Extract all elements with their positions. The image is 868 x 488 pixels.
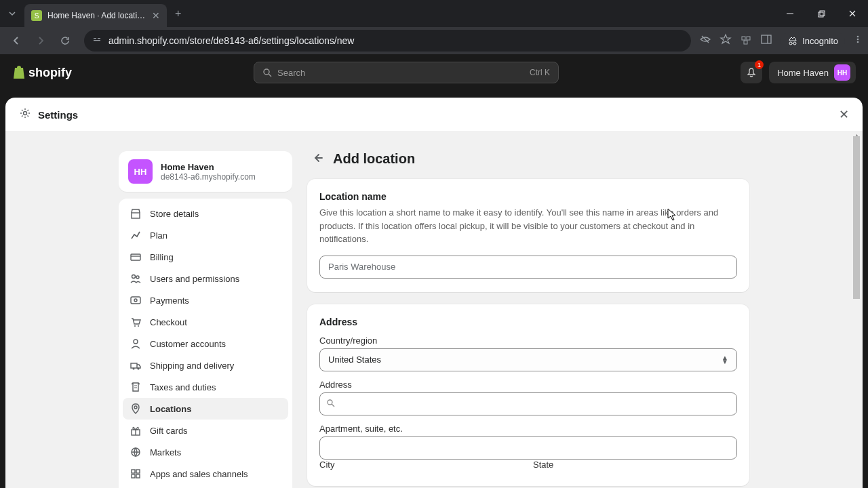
payments-icon — [130, 294, 142, 306]
forward-button[interactable] — [30, 30, 52, 52]
back-arrow-button[interactable] — [311, 152, 323, 167]
city-label: City — [319, 460, 524, 470]
sidebar-item-domains[interactable]: Domains — [123, 485, 288, 488]
customer-icon — [130, 338, 142, 350]
select-arrows-icon: ▲▼ — [722, 356, 728, 364]
sidebar-item-gift[interactable]: Gift cards — [123, 420, 288, 441]
svg-rect-3 — [94, 40, 100, 41]
bookmark-star-icon[interactable] — [719, 33, 732, 48]
svg-point-27 — [133, 368, 135, 370]
svg-point-25 — [134, 340, 138, 344]
store-card: HH Home Haven de8143-a6.myshopify.com — [119, 151, 292, 192]
reload-button[interactable] — [54, 30, 76, 52]
svg-point-12 — [857, 41, 859, 43]
svg-rect-38 — [136, 474, 140, 478]
sidebar-item-taxes[interactable]: Taxes and duties — [123, 376, 288, 398]
sidebar-item-label: Plan — [150, 230, 167, 241]
svg-rect-5 — [742, 37, 745, 40]
close-settings-button[interactable]: ✕ — [839, 107, 849, 122]
address-input[interactable] — [319, 392, 737, 415]
global-search[interactable]: Search Ctrl K — [254, 62, 559, 83]
taxes-icon — [130, 381, 142, 393]
svg-rect-4 — [98, 38, 100, 39]
close-window-button[interactable] — [837, 0, 868, 27]
scrollbar[interactable]: ▲ — [852, 136, 861, 488]
page-title: Add location — [333, 151, 415, 167]
sidebar-item-checkout[interactable]: Checkout — [123, 311, 288, 333]
svg-point-23 — [134, 325, 136, 327]
sidebar-item-label: Payments — [150, 296, 189, 306]
svg-point-10 — [857, 36, 859, 38]
sidebar-item-billing[interactable]: Billing — [123, 246, 288, 268]
settings-nav: Store detailsPlanBillingUsers and permis… — [119, 199, 292, 488]
country-label: Country/region — [319, 336, 737, 346]
extensions-icon[interactable] — [740, 33, 752, 48]
sidebar-item-label: Locations — [150, 404, 191, 414]
svg-point-11 — [857, 39, 859, 41]
svg-rect-0 — [818, 12, 823, 17]
location-name-input[interactable] — [319, 256, 737, 279]
sidebar-item-customer[interactable]: Customer accounts — [123, 333, 288, 354]
tab-title: Home Haven · Add location · Sh — [47, 11, 146, 20]
browser-tab[interactable]: S Home Haven · Add location · Sh ✕ — [24, 4, 167, 27]
locations-icon — [130, 403, 142, 415]
browser-menu-icon[interactable] — [853, 35, 863, 47]
svg-rect-1 — [820, 11, 825, 16]
shopify-favicon: S — [31, 10, 42, 21]
sidebar-item-payments[interactable]: Payments — [123, 289, 288, 311]
sidebar-item-plan[interactable]: Plan — [123, 224, 288, 246]
gear-icon — [19, 107, 31, 122]
sidebar-item-label: Checkout — [150, 317, 187, 327]
svg-rect-16 — [132, 213, 140, 218]
location-name-card: Location name Give this location a short… — [307, 179, 749, 292]
svg-point-31 — [134, 406, 137, 409]
sidebar-item-label: Store details — [150, 209, 199, 219]
markets-icon — [130, 446, 142, 458]
svg-rect-37 — [132, 474, 135, 478]
sidebar-item-markets[interactable]: Markets — [123, 441, 288, 463]
tab-search-dropdown[interactable] — [0, 3, 24, 24]
svg-rect-26 — [131, 363, 137, 368]
side-panel-icon[interactable] — [760, 33, 772, 48]
shopify-logo[interactable]: shopify — [12, 65, 72, 80]
notifications-button[interactable]: 1 — [741, 62, 762, 83]
sidebar-item-users[interactable]: Users and permissions — [123, 268, 288, 289]
sidebar-item-apps[interactable]: Apps and sales channels — [123, 463, 288, 485]
sidebar-item-label: Taxes and duties — [150, 382, 216, 392]
site-info-icon[interactable] — [92, 35, 102, 47]
new-tab-button[interactable]: + — [167, 7, 189, 20]
checkout-icon — [130, 316, 142, 328]
svg-rect-36 — [136, 470, 140, 473]
search-shortcut: Ctrl K — [530, 68, 550, 77]
sidebar-item-label: Users and permissions — [150, 274, 239, 284]
shipping-icon — [130, 359, 142, 371]
svg-point-24 — [138, 325, 139, 327]
minimize-button[interactable] — [774, 0, 806, 27]
tab-close-icon[interactable]: ✕ — [152, 10, 160, 21]
sidebar-item-locations[interactable]: Locations — [123, 398, 288, 420]
billing-icon — [130, 251, 142, 263]
apartment-input[interactable] — [319, 436, 737, 460]
sidebar-item-shipping[interactable]: Shipping and delivery — [123, 354, 288, 376]
svg-rect-2 — [94, 38, 96, 39]
svg-point-20 — [136, 276, 139, 279]
sidebar-item-store[interactable]: Store details — [123, 203, 288, 224]
svg-rect-8 — [762, 35, 771, 43]
svg-rect-7 — [744, 41, 747, 44]
sidebar-item-label: Markets — [150, 447, 181, 458]
store-menu-button[interactable]: Home Haven HH — [769, 62, 856, 83]
settings-header: Settings ✕ — [5, 98, 863, 132]
eye-off-icon[interactable] — [699, 33, 711, 48]
state-label: State — [533, 460, 737, 470]
scrollbar-thumb[interactable] — [853, 136, 860, 299]
sidebar-item-label: Billing — [150, 252, 174, 262]
apps-icon — [130, 468, 142, 480]
address-bar[interactable]: admin.shopify.com/store/de8143-a6/settin… — [84, 30, 691, 52]
address-card: Address Country/region United States ▲▼ … — [307, 304, 749, 486]
location-name-heading: Location name — [319, 191, 737, 202]
incognito-badge[interactable]: Incognito — [781, 33, 845, 49]
maximize-button[interactable] — [806, 0, 837, 27]
country-select[interactable]: United States ▲▼ — [319, 348, 737, 371]
back-button[interactable] — [5, 30, 27, 52]
notification-count: 1 — [755, 60, 764, 69]
